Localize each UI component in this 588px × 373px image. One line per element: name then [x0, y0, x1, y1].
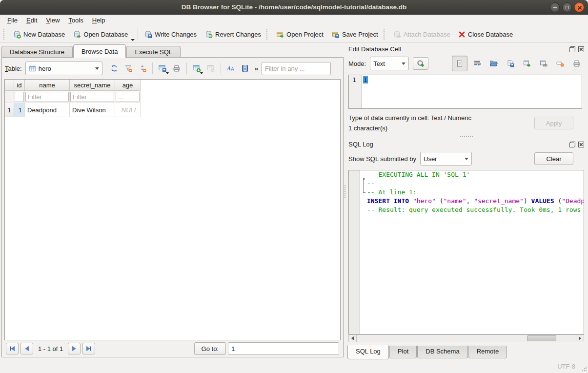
- import-data-button[interactable]: [487, 57, 501, 70]
- export-data-button[interactable]: [504, 57, 517, 70]
- clear-filters-button[interactable]: [122, 62, 135, 75]
- sql-log-editor[interactable]: 1 -- EXECUTING ALL IN 'SQL 1' 2 -- 3 -- …: [348, 170, 584, 334]
- menu-help[interactable]: Help: [88, 16, 110, 25]
- menu-file[interactable]: File: [3, 16, 22, 25]
- set-null-button[interactable]: [553, 57, 567, 70]
- close-database-button[interactable]: Close Database: [454, 29, 517, 40]
- save-results-dropdown-caret[interactable]: [166, 72, 169, 74]
- fold-minus-icon[interactable]: [360, 170, 367, 179]
- write-changes-button[interactable]: Write Changes: [140, 28, 201, 41]
- insert-record-button[interactable]: [190, 62, 203, 75]
- insert-record-dropdown-caret[interactable]: [200, 72, 203, 74]
- scroll-right-arrow[interactable]: [576, 335, 584, 342]
- word-wrap-button[interactable]: [470, 57, 484, 70]
- menu-tools[interactable]: Tools: [64, 16, 87, 25]
- save-project-icon: [331, 30, 340, 39]
- clear-sorting-button[interactable]: [136, 62, 149, 75]
- filter-cell-name: [25, 91, 70, 103]
- close-button[interactable]: [574, 2, 584, 12]
- tab-browse-data[interactable]: Browse Data: [73, 44, 126, 58]
- edit-cell-controls: Mode: Text: [347, 54, 585, 73]
- tab-sql-log[interactable]: SQL Log: [347, 345, 389, 359]
- next-record-button[interactable]: [68, 343, 81, 354]
- column-header-id[interactable]: id: [14, 80, 25, 91]
- save-results-button[interactable]: [156, 62, 169, 75]
- text-mode-button[interactable]: [452, 56, 467, 71]
- refresh-button[interactable]: [108, 62, 121, 75]
- vertical-splitter[interactable]: [344, 44, 346, 357]
- tab-db-schema[interactable]: DB Schema: [417, 346, 467, 358]
- sql-submitter-select[interactable]: User: [420, 152, 472, 166]
- cell-info: Type of data currently in cell: Text / N…: [347, 110, 585, 133]
- filter-row-corner: [5, 91, 14, 103]
- auto-switch-mode-button[interactable]: [413, 57, 428, 70]
- filter-input-age[interactable]: [116, 92, 140, 102]
- dock-tab-bar: SQL Log Plot DB Schema Remote: [347, 342, 585, 360]
- float-dock-icon[interactable]: [569, 142, 575, 147]
- menu-view[interactable]: View: [41, 16, 64, 25]
- cell-name[interactable]: Deadpond: [25, 103, 70, 117]
- sql-log-line: 6: [349, 214, 584, 223]
- resize-grip[interactable]: [582, 367, 587, 372]
- attach-database-icon: [393, 30, 401, 39]
- filter-input-secret-name[interactable]: [70, 92, 114, 102]
- scroll-left-arrow[interactable]: [349, 335, 357, 342]
- column-header-age[interactable]: age: [115, 80, 141, 91]
- minimize-button[interactable]: [550, 2, 560, 12]
- print-button[interactable]: [170, 62, 183, 75]
- horizontal-scrollbar[interactable]: [348, 334, 584, 342]
- row-header[interactable]: 1: [5, 103, 14, 117]
- delete-record-button: [204, 62, 217, 75]
- close-dock-icon[interactable]: [578, 142, 584, 147]
- filter-input-name[interactable]: [25, 92, 69, 102]
- apply-button: Apply: [534, 117, 573, 129]
- new-database-button[interactable]: New Database: [9, 28, 69, 41]
- scrollbar-thumb[interactable]: [527, 335, 556, 341]
- float-dock-icon[interactable]: [569, 46, 575, 52]
- cell-editor[interactable]: 1 1: [348, 75, 582, 109]
- tab-database-structure[interactable]: Database Structure: [1, 46, 73, 58]
- save-project-button[interactable]: Save Project: [327, 28, 382, 41]
- combo-arrow-icon: [95, 67, 99, 70]
- jump-to-row-button[interactable]: [239, 62, 251, 75]
- edit-display-format-button[interactable]: A A: [224, 62, 237, 75]
- clear-log-button[interactable]: Clear: [534, 152, 573, 165]
- open-external-button[interactable]: [520, 57, 534, 70]
- copy-link-button[interactable]: [537, 57, 550, 70]
- horizontal-splitter[interactable]: [347, 133, 585, 139]
- tab-remote[interactable]: Remote: [468, 346, 507, 358]
- toolbar-drag-handle[interactable]: [266, 29, 269, 40]
- corner-header[interactable]: [5, 80, 14, 91]
- tab-plot[interactable]: Plot: [389, 346, 417, 358]
- cell-secret-name[interactable]: Dive Wilson: [70, 103, 115, 117]
- goto-button[interactable]: Go to:: [194, 342, 226, 355]
- cell-id[interactable]: 1: [14, 103, 25, 117]
- toolbar-overflow-chevron[interactable]: »: [255, 65, 258, 72]
- sql-log-line: 5 -- Result: query executed successfully…: [349, 206, 584, 214]
- tab-execute-sql[interactable]: Execute SQL: [126, 46, 181, 58]
- print-cell-button[interactable]: [570, 57, 584, 70]
- column-header-secret-name[interactable]: secret_name: [70, 80, 115, 91]
- column-header-name[interactable]: name: [25, 80, 70, 91]
- revert-changes-button[interactable]: Revert Changes: [201, 28, 265, 41]
- show-sql-label: Show SQL submitted by: [348, 155, 416, 163]
- previous-record-button[interactable]: [20, 343, 33, 354]
- close-dock-icon[interactable]: [578, 46, 584, 52]
- mode-select[interactable]: Text: [370, 57, 409, 70]
- table-select[interactable]: hero: [25, 62, 102, 75]
- last-record-button[interactable]: [82, 343, 95, 354]
- filter-any-column-input[interactable]: [262, 62, 331, 75]
- maximize-button[interactable]: [562, 2, 572, 12]
- open-database-button[interactable]: Open Database: [69, 28, 132, 41]
- svg-text:A: A: [231, 66, 234, 72]
- first-record-button[interactable]: [6, 343, 19, 354]
- toolbar-drag-handle[interactable]: [3, 29, 6, 40]
- record-range-label: 1 - 1 of 1: [35, 345, 66, 352]
- toolbar-drag-handle[interactable]: [384, 29, 386, 40]
- goto-input[interactable]: [228, 342, 339, 355]
- open-project-button[interactable]: Open Project: [272, 28, 327, 41]
- cell-size-info: 1 character(s): [348, 123, 471, 133]
- cell-age[interactable]: NULL: [115, 103, 141, 117]
- menu-edit[interactable]: Edit: [22, 16, 41, 25]
- filter-input-id[interactable]: [15, 92, 24, 102]
